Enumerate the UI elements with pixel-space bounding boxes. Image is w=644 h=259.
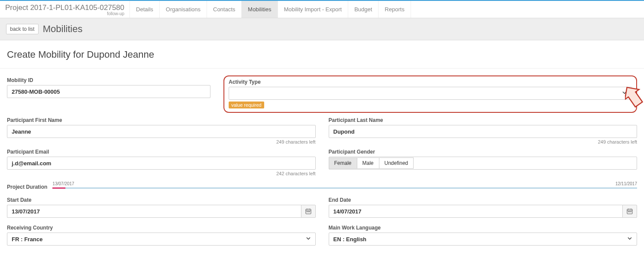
first-name-value: Jeanne: [12, 128, 31, 135]
duration-bar-fg: [52, 187, 65, 189]
duration-end-text: 12/11/2017: [615, 181, 637, 186]
gender-options: FemaleMaleUndefined: [329, 157, 414, 169]
duration-start-text: 13/07/2017: [52, 181, 74, 186]
tab-reports[interactable]: Reports: [379, 1, 411, 18]
calendar-icon: [305, 208, 311, 214]
tab-details[interactable]: Details: [130, 1, 160, 18]
first-name-chars-left: 249 characters left: [7, 139, 316, 144]
email-chars-left: 242 characters left: [7, 171, 316, 176]
start-date-value: 13/07/2017: [12, 208, 40, 215]
last-name-chars-left: 249 characters left: [329, 139, 638, 144]
gender-option-undefined[interactable]: Undefined: [379, 157, 414, 169]
project-duration-track[interactable]: 13/07/2017 12/11/2017: [52, 184, 637, 190]
page-header: back to list Mobilities: [0, 18, 644, 40]
project-duration-row: Project Duration 13/07/2017 12/11/2017: [7, 184, 637, 190]
tabs: DetailsOrganisationsContactsMobilitiesMo…: [130, 1, 411, 18]
last-name-value: Dupond: [333, 128, 355, 135]
tab-mobility-import-export[interactable]: Mobility Import - Export: [278, 1, 349, 18]
activity-type-highlight: Activity Type value required: [223, 75, 637, 113]
project-title: Project 2017-1-PL01-KA105-027580 follow-…: [0, 1, 130, 18]
start-date-label: Start Date: [7, 197, 316, 203]
activity-type-label: Activity Type: [229, 79, 632, 85]
mobility-id-label: Mobility ID: [7, 77, 210, 83]
receiving-country-value: FR : France: [12, 236, 43, 243]
mobility-id-input[interactable]: 27580-MOB-00005: [7, 85, 210, 98]
top-nav: Project 2017-1-PL01-KA105-027580 follow-…: [0, 0, 644, 18]
mobility-id-value: 27580-MOB-00005: [12, 89, 60, 95]
tab-contacts[interactable]: Contacts: [207, 1, 242, 18]
work-language-label: Main Work Language: [329, 225, 638, 231]
first-name-input[interactable]: Jeanne: [7, 125, 316, 138]
activity-type-select[interactable]: [229, 87, 632, 100]
svg-rect-6: [308, 211, 309, 212]
email-input[interactable]: j.d@email.com: [7, 157, 316, 170]
email-value: j.d@email.com: [12, 160, 51, 167]
project-duration-label: Project Duration: [7, 184, 47, 190]
project-title-text: Project 2017-1-PL01-KA105-027580: [5, 3, 124, 12]
tab-mobilities[interactable]: Mobilities: [242, 1, 278, 18]
email-label: Participant Email: [7, 149, 316, 155]
svg-rect-5: [307, 211, 307, 212]
create-mobility-title: Create Mobility for Dupond Jeanne: [0, 40, 644, 69]
end-date-picker-button[interactable]: [622, 205, 637, 218]
end-date-value: 14/07/2017: [333, 208, 362, 215]
value-required-badge: value required: [229, 102, 264, 108]
svg-marker-0: [625, 84, 644, 108]
last-name-input[interactable]: Dupond: [329, 125, 638, 138]
duration-bar-bg: [52, 187, 637, 189]
callout-arrow-icon: [625, 84, 644, 108]
svg-rect-13: [629, 211, 630, 212]
chevron-down-icon: [306, 236, 311, 243]
project-subtitle: follow-up: [5, 11, 124, 16]
end-date-label: End Date: [329, 197, 638, 203]
start-date-picker-button[interactable]: [301, 205, 316, 218]
tab-organisations[interactable]: Organisations: [160, 1, 207, 18]
back-to-list-button[interactable]: back to list: [6, 24, 39, 34]
calendar-icon: [627, 208, 633, 214]
svg-rect-12: [628, 211, 629, 212]
work-language-select[interactable]: EN : English: [329, 233, 638, 246]
gender-option-male[interactable]: Male: [357, 157, 379, 169]
receiving-country-select[interactable]: FR : France: [7, 233, 316, 246]
gender-label: Participant Gender: [329, 149, 638, 155]
last-name-label: Participant Last Name: [329, 117, 638, 123]
gender-option-female[interactable]: Female: [329, 157, 357, 169]
work-language-value: EN : English: [333, 236, 367, 243]
chevron-down-icon: [627, 236, 632, 243]
svg-rect-7: [309, 211, 310, 212]
svg-rect-14: [631, 211, 631, 212]
gender-field: FemaleMaleUndefined: [329, 157, 638, 170]
form: Mobility ID 27580-MOB-00005 Activity Typ…: [0, 69, 644, 259]
end-date-input[interactable]: 14/07/2017: [329, 205, 623, 218]
page-title: Mobilities: [43, 23, 83, 35]
start-date-input[interactable]: 13/07/2017: [7, 205, 301, 218]
receiving-country-label: Receiving Country: [7, 225, 316, 231]
first-name-label: Participant First Name: [7, 117, 316, 123]
tab-budget[interactable]: Budget: [348, 1, 379, 18]
